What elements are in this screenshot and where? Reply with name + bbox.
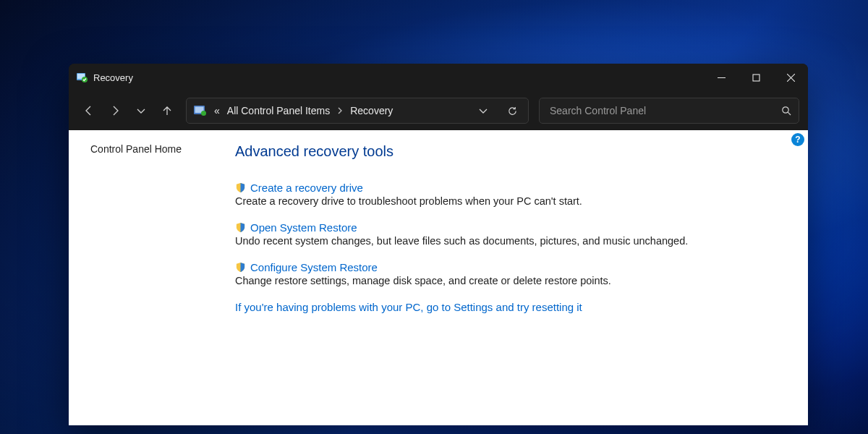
- search-input[interactable]: [550, 105, 781, 116]
- maximize-button[interactable]: [739, 64, 773, 91]
- titlebar: Recovery: [69, 64, 808, 91]
- up-button[interactable]: [156, 99, 179, 122]
- address-history-button[interactable]: [472, 101, 495, 121]
- open-system-restore-link[interactable]: Open System Restore: [250, 221, 357, 234]
- control-panel-home-link[interactable]: Control Panel Home: [90, 143, 228, 155]
- search-box[interactable]: [539, 98, 799, 124]
- forward-button[interactable]: [103, 99, 127, 122]
- svg-rect-4: [753, 75, 760, 81]
- shield-icon: [235, 182, 246, 193]
- refresh-button[interactable]: [501, 101, 524, 121]
- title-controls: [704, 64, 808, 91]
- address-bar[interactable]: « All Control Panel Items Recovery: [186, 98, 529, 124]
- chevron-right-icon: [337, 107, 343, 114]
- configure-system-restore-link[interactable]: Configure System Restore: [250, 261, 378, 273]
- create-recovery-drive-link[interactable]: Create a recovery drive: [250, 182, 363, 194]
- breadcrumb-current[interactable]: Recovery: [350, 105, 393, 116]
- left-nav: Control Panel Home: [69, 130, 235, 425]
- desktop-wallpaper: Recovery: [0, 0, 868, 434]
- control-panel-icon: [194, 105, 207, 116]
- close-button[interactable]: [773, 64, 808, 91]
- option-create-recovery-drive: Create a recovery drive Create a recover…: [235, 182, 786, 207]
- help-icon: ?: [795, 135, 800, 145]
- svg-point-9: [201, 111, 206, 116]
- option-configure-system-restore: Configure System Restore Change restore …: [235, 261, 786, 286]
- main-panel: Advanced recovery tools Create a recover…: [235, 130, 808, 425]
- navbar: « All Control Panel Items Recovery: [69, 91, 808, 130]
- settings-reset-link[interactable]: If you're having problems with your PC, …: [235, 301, 786, 313]
- control-panel-window: Recovery: [69, 64, 808, 425]
- svg-line-11: [788, 112, 791, 115]
- back-button[interactable]: [77, 99, 101, 122]
- shield-icon: [235, 222, 246, 233]
- configure-system-restore-desc: Change restore settings, manage disk spa…: [235, 275, 786, 286]
- minimize-button[interactable]: [704, 64, 739, 91]
- search-icon: [781, 106, 791, 116]
- breadcrumb-parent[interactable]: All Control Panel Items: [227, 105, 330, 116]
- page-title: Advanced recovery tools: [235, 143, 786, 160]
- help-button[interactable]: ?: [791, 133, 804, 146]
- svg-point-10: [783, 107, 788, 113]
- recovery-app-icon: [76, 72, 88, 83]
- shield-icon: [235, 262, 246, 273]
- content-area: ? Control Panel Home Advanced recovery t…: [69, 130, 808, 425]
- breadcrumb-ellipsis[interactable]: «: [214, 105, 220, 116]
- option-open-system-restore: Open System Restore Undo recent system c…: [235, 221, 786, 247]
- window-title: Recovery: [93, 72, 133, 83]
- open-system-restore-desc: Undo recent system changes, but leave fi…: [235, 235, 786, 247]
- create-recovery-drive-desc: Create a recovery drive to troubleshoot …: [235, 195, 786, 207]
- recent-locations-button[interactable]: [129, 99, 153, 122]
